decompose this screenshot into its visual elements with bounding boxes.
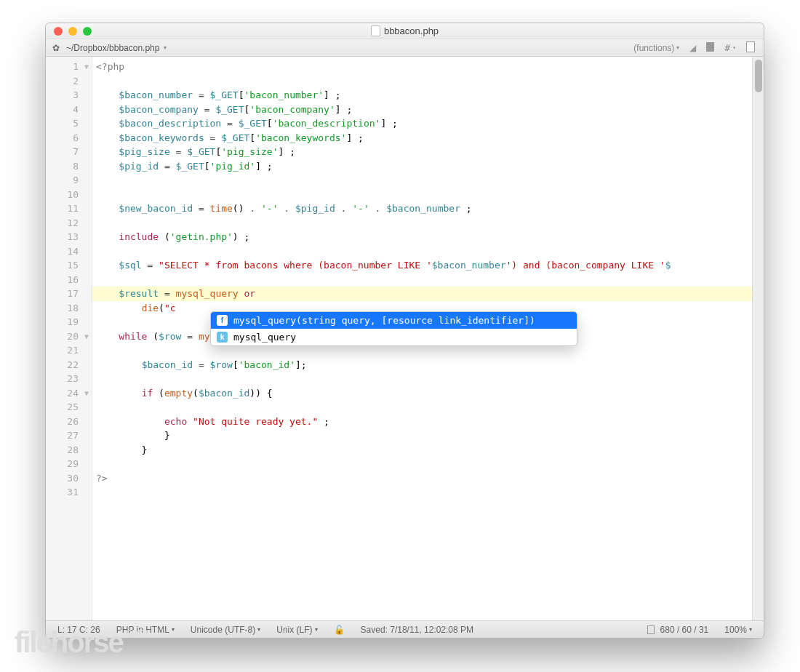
line-number[interactable]: 3 [46, 88, 92, 103]
counts: 680 / 60 / 31 [660, 625, 709, 635]
code-line[interactable] [92, 188, 752, 202]
line-number[interactable]: 23 [46, 372, 92, 386]
code-line[interactable] [92, 273, 752, 287]
maximize-button[interactable] [83, 27, 92, 36]
line-number[interactable]: 29 [46, 457, 92, 471]
line-number[interactable]: 19 [46, 315, 92, 329]
code-line[interactable]: } [92, 443, 752, 457]
line-number[interactable]: 13 [46, 230, 92, 244]
autocomplete-label: mysql_query [233, 332, 296, 343]
titlebar[interactable]: bbbacon.php [46, 23, 764, 39]
code-line[interactable] [92, 244, 752, 259]
code-line[interactable]: $pig_size = $_GET['pig_size'] ; [92, 145, 752, 159]
gear-icon[interactable]: ✿ [46, 43, 66, 53]
hash-dropdown[interactable]: # [724, 42, 736, 53]
code-line[interactable]: $bacon_number = $_GET['bacon_number'] ; [92, 88, 752, 103]
code-line[interactable] [92, 457, 752, 471]
line-number[interactable]: 26 [46, 415, 92, 429]
code-line[interactable]: <?php [92, 60, 752, 74]
line-number[interactable]: 27 [46, 428, 92, 443]
marker-icon[interactable]: ◢ [689, 43, 696, 53]
line-number[interactable]: 10 [46, 188, 92, 202]
code-line[interactable] [92, 372, 752, 386]
line-number[interactable]: 31 [46, 485, 92, 500]
code-line[interactable]: $result = mysql_query or [92, 287, 752, 301]
scrollbar-thumb[interactable] [755, 60, 762, 92]
toolbar: ✿ ~/Dropbox/bbbacon.php (functions) ◢ # [46, 39, 764, 57]
line-number[interactable]: 2 [46, 74, 92, 89]
watermark: filehorse.com [15, 626, 148, 659]
code-line[interactable]: if (empty($bacon_id)) { [92, 386, 752, 401]
statusbar: L: 17 C: 26 PHP in HTML Unicode (UTF-8) … [46, 620, 764, 638]
minimize-button[interactable] [68, 27, 77, 36]
line-number[interactable]: 11 [46, 201, 92, 216]
line-ending-dropdown[interactable]: Unix (LF) [276, 625, 317, 635]
close-button[interactable] [54, 27, 63, 36]
code-line[interactable]: $sql = "SELECT * from bacons where (baco… [92, 258, 752, 273]
line-number[interactable]: 22 [46, 358, 92, 372]
code-line[interactable] [92, 173, 752, 188]
function-icon: f [217, 315, 228, 326]
line-number[interactable]: 12 [46, 216, 92, 231]
line-number[interactable]: 20 [46, 329, 92, 344]
new-document-icon[interactable] [746, 41, 755, 55]
code-line[interactable]: include ('getin.php') ; [92, 230, 752, 244]
line-number[interactable]: 1 [46, 60, 92, 74]
line-number[interactable]: 28 [46, 443, 92, 457]
autocomplete-item[interactable]: kmysql_query [211, 329, 577, 345]
line-number[interactable]: 25 [46, 400, 92, 415]
line-number[interactable]: 9 [46, 173, 92, 188]
line-number[interactable]: 16 [46, 273, 92, 287]
line-gutter[interactable]: 1234567891011121314151617181920212223242… [46, 57, 92, 620]
title-text: bbbacon.php [384, 25, 439, 36]
code-line[interactable]: ?> [92, 471, 752, 486]
line-number[interactable]: 4 [46, 103, 92, 117]
code-line[interactable] [92, 485, 752, 500]
zoom-dropdown[interactable]: 100% [724, 625, 752, 635]
keyword-icon: k [217, 332, 228, 343]
breadcrumb-text: ~/Dropbox/bbbacon.php [66, 43, 159, 53]
code-line[interactable]: echo "Not quite ready yet." ; [92, 415, 752, 429]
autocomplete-popup[interactable]: fmysql_query(string query, [resource lin… [210, 311, 577, 346]
functions-dropdown[interactable]: (functions) [633, 43, 679, 53]
document-icon [647, 625, 655, 634]
line-number[interactable]: 30 [46, 471, 92, 486]
code-line[interactable]: $new_bacon_id = time() . '-' . $pig_id .… [92, 201, 752, 216]
code-line[interactable]: $pig_id = $_GET['pig_id'] ; [92, 159, 752, 174]
line-number[interactable]: 24 [46, 386, 92, 401]
autocomplete-label: mysql_query(string query, [resource link… [233, 315, 535, 326]
code-line[interactable]: $bacon_keywords = $_GET['bacon_keywords'… [92, 131, 752, 145]
saved-status: Saved: 7/18/11, 12:02:08 PM [361, 625, 473, 635]
file-icon [371, 25, 380, 36]
line-number[interactable]: 21 [46, 343, 92, 358]
line-number[interactable]: 18 [46, 301, 92, 316]
line-number[interactable]: 8 [46, 159, 92, 174]
code-line[interactable]: $bacon_id = $row['bacon_id']; [92, 358, 752, 372]
copy-icon[interactable] [706, 42, 714, 54]
line-number[interactable]: 5 [46, 116, 92, 131]
encoding-dropdown[interactable]: Unicode (UTF-8) [191, 625, 260, 635]
lock-icon[interactable]: 🔓 [334, 625, 345, 635]
code-line[interactable]: } [92, 428, 752, 443]
traffic-lights [54, 27, 92, 36]
line-number[interactable]: 15 [46, 258, 92, 273]
vertical-scrollbar[interactable] [752, 57, 764, 620]
code-line[interactable]: $bacon_description = $_GET['bacon_descri… [92, 116, 752, 131]
code-line[interactable] [92, 400, 752, 415]
code-line[interactable] [92, 216, 752, 231]
line-number[interactable]: 7 [46, 145, 92, 159]
line-number[interactable]: 6 [46, 131, 92, 145]
path-breadcrumb[interactable]: ~/Dropbox/bbbacon.php [66, 43, 167, 53]
line-number[interactable]: 17 [46, 287, 92, 301]
window-title: bbbacon.php [371, 25, 439, 36]
line-number[interactable]: 14 [46, 244, 92, 259]
code-line[interactable]: $bacon_company = $_GET['bacon_company'] … [92, 103, 752, 117]
autocomplete-item[interactable]: fmysql_query(string query, [resource lin… [211, 312, 577, 329]
code-line[interactable] [92, 74, 752, 89]
